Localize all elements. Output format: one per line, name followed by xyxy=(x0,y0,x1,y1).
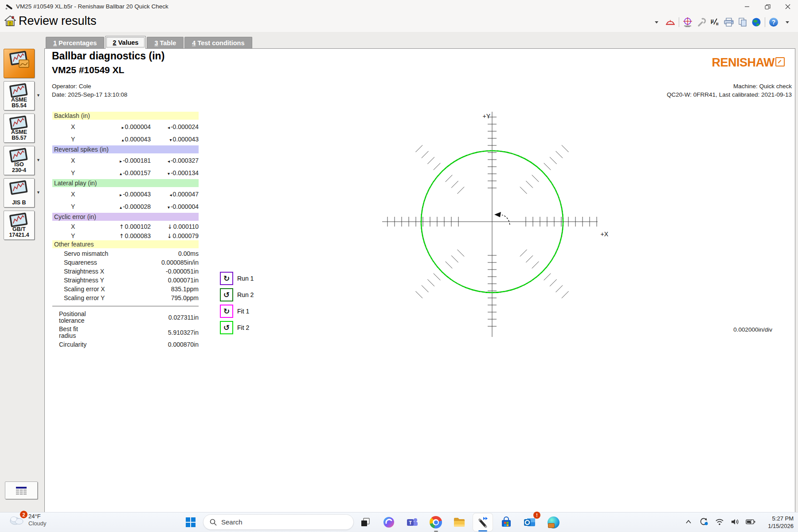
legend-item-fit-1[interactable]: ↻Fit 1 xyxy=(220,305,254,317)
taskbar-app-edge[interactable] xyxy=(544,513,563,531)
direction-arc xyxy=(502,215,510,225)
taskbar-app-outlook[interactable]: ! xyxy=(520,513,540,531)
sidebar-button-asme-b5-57[interactable]: ASMEB5.57 xyxy=(4,113,35,143)
metric-row: Y↑0.000083↓0.000079 xyxy=(52,231,199,240)
metric-section-header: Backlash (in) xyxy=(52,112,199,120)
page-title: Review results xyxy=(19,14,97,28)
dropdown-caret-icon[interactable]: ▼ xyxy=(36,93,40,98)
sidebar-button-jis-b[interactable]: JIS B▼ xyxy=(4,178,35,207)
taskbar-clock[interactable]: 5:27 PM 1/15/2026 xyxy=(768,515,794,530)
tab-table[interactable]: 3 Table xyxy=(147,37,184,48)
tab-test-conditions[interactable]: 4 Test conditions xyxy=(184,37,252,48)
clock-time: 5:27 PM xyxy=(768,515,794,522)
print-icon[interactable] xyxy=(724,17,734,27)
rotation-clockwise-icon: ↻ xyxy=(220,272,233,285)
report-operator: Operator: Cole xyxy=(52,83,91,90)
dropdown-caret-icon[interactable]: ▼ xyxy=(36,158,40,162)
sidebar-button-iso-230-4[interactable]: ISO230-4▼ xyxy=(4,146,35,175)
header-toolbar: µıı? xyxy=(651,17,793,27)
screen: VM25 #10549 XL.b5r - Renishaw Ballbar 20… xyxy=(0,0,798,532)
system-tray xyxy=(684,513,755,531)
globe-icon[interactable] xyxy=(751,17,762,27)
sidebar-button-label: ASMEB5.57 xyxy=(4,129,34,141)
legend-item-fit-2[interactable]: ↺Fit 2 xyxy=(220,321,254,334)
volume-icon[interactable] xyxy=(730,517,740,527)
metric-row: Y▴-0.000028▾-0.000004 xyxy=(52,200,199,213)
x-axis-label: +X xyxy=(600,231,608,238)
taskbar-app-ballbar-app[interactable] xyxy=(473,513,493,531)
taskbar-app-chrome[interactable] xyxy=(426,513,446,531)
standards-sidebar: ASMEB5.54▼ASMEB5.57ISO230-4▼JIS B▼GB/T17… xyxy=(4,49,44,243)
metric-row: Y▴0.000043▾0.000043 xyxy=(52,133,199,145)
metric-section-header: Cyclic error (in) xyxy=(52,213,199,221)
dropdown-caret-icon[interactable]: ▼ xyxy=(36,190,40,195)
dropdown-caret-icon[interactable] xyxy=(651,17,662,27)
dropdown-caret-icon[interactable] xyxy=(782,17,793,27)
tab-percentages[interactable]: 1 Percentages xyxy=(46,37,104,48)
legend-item-run-2[interactable]: ↺Run 2 xyxy=(220,289,254,301)
svg-text:ıı: ıı xyxy=(716,21,719,26)
table-view-button[interactable] xyxy=(5,481,38,499)
weather-widget[interactable]: 2 24°F Cloudy xyxy=(8,513,46,527)
metric-row: Straightness X-0.000051in xyxy=(52,267,199,276)
toolbar-separator xyxy=(765,17,765,27)
sidebar-button-gbt-17421-4[interactable]: GB/T17421.4 xyxy=(4,211,35,240)
battery-icon[interactable] xyxy=(746,517,755,527)
metric-row: Straightness Y0.000071in xyxy=(52,276,199,285)
taskbar-app-store[interactable] xyxy=(497,513,516,531)
restore-button[interactable] xyxy=(757,0,778,13)
y-axis-label: +Y xyxy=(482,113,490,120)
close-button[interactable] xyxy=(778,0,798,13)
weather-temp: 24°F xyxy=(28,513,46,520)
plot-legend: ↻Run 1↺Run 2↻Fit 1↺Fit 2 xyxy=(220,272,254,338)
home-icon[interactable] xyxy=(4,15,16,27)
weather-condition: Cloudy xyxy=(28,520,46,527)
metric-row: Servo mismatch0.00ms xyxy=(52,249,199,258)
chart-monitor-icon xyxy=(7,50,31,70)
units-toggle-icon[interactable]: µıı xyxy=(710,17,720,27)
metric-row: X▸-0.000181◂-0.000327 xyxy=(52,154,199,167)
summary-row: Circularity0.000870in xyxy=(52,341,199,348)
sidebar-button-label: ASMEB5.54 xyxy=(4,97,34,109)
help-icon[interactable]: ? xyxy=(768,17,779,27)
renishaw-logo: RENISHAW xyxy=(616,56,785,70)
svg-text:?: ? xyxy=(772,19,776,26)
copy-icon[interactable] xyxy=(737,17,748,27)
metric-row: Scaling error X835.1ppm xyxy=(52,285,199,293)
search-input[interactable]: Search xyxy=(203,514,354,530)
minimize-button[interactable] xyxy=(737,0,757,13)
sidebar-button-asme-b5-54[interactable]: ASMEB5.54▼ xyxy=(4,81,35,110)
window-title: VM25 #10549 XL.b5r - Renishaw Ballbar 20… xyxy=(16,3,168,10)
metric-row: Squareness0.000085in/in xyxy=(52,258,199,267)
sidebar-button-ballbar-diagnostics[interactable] xyxy=(4,49,35,78)
title-bar: VM25 #10549 XL.b5r - Renishaw Ballbar 20… xyxy=(0,0,798,13)
search-placeholder: Search xyxy=(221,518,243,526)
taskbar-app-task-view[interactable] xyxy=(356,513,375,531)
tab-values[interactable]: 2 Values xyxy=(105,36,146,49)
summary-row: Positionaltolerance0.027311in xyxy=(52,311,199,324)
rotation-counterclockwise-icon: ↺ xyxy=(220,321,233,334)
taskbar-app-copilot[interactable] xyxy=(379,513,399,531)
probe-target-icon[interactable] xyxy=(682,17,693,27)
taskbar-app-teams[interactable]: T xyxy=(403,513,422,531)
metric-section-header: Reversal spikes (in) xyxy=(52,145,199,153)
rotation-counterclockwise-icon: ↺ xyxy=(220,288,233,301)
tab-bar: 1 Percentages2 Values3 Table4 Test condi… xyxy=(46,37,252,48)
sync-icon[interactable] xyxy=(699,517,709,527)
start-button[interactable] xyxy=(183,514,199,530)
chevron-up-icon[interactable] xyxy=(684,517,693,527)
metric-row: Scaling error Y795.0ppm xyxy=(52,293,199,302)
hardhat-icon[interactable] xyxy=(665,17,676,27)
wifi-icon[interactable] xyxy=(715,517,724,527)
metrics-divider xyxy=(52,306,199,306)
renishaw-mark-icon xyxy=(775,57,785,66)
taskbar-app-file-explorer[interactable] xyxy=(450,513,469,531)
metrics-table: Backlash (in)X▸0.000004◂-0.000024Y▴0.000… xyxy=(52,112,199,350)
search-icon xyxy=(210,519,217,526)
wrench-icon[interactable] xyxy=(696,17,707,27)
legend-item-run-1[interactable]: ↻Run 1 xyxy=(220,272,254,285)
report-calibration: QC20-W: 0FRR41, Last calibrated: 2021-09… xyxy=(570,91,792,98)
app-icon xyxy=(4,3,13,11)
sidebar-button-label: ISO230-4 xyxy=(4,162,34,173)
report-subtitle: VM25 #10549 XL xyxy=(52,65,124,75)
